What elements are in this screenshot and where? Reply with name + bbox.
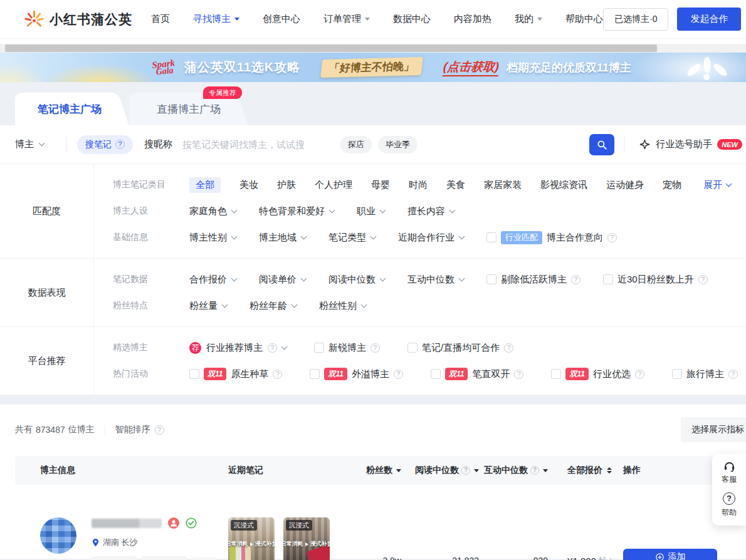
category-pets[interactable]: 宠物 <box>663 179 681 191</box>
category-film-tv[interactable]: 影视综资讯 <box>540 179 587 191</box>
question-icon[interactable] <box>607 233 617 242</box>
category-fashion[interactable]: 时尚 <box>409 179 428 191</box>
tag-life-record[interactable]: 生活记录 <box>142 556 187 560</box>
sort-desc-icon[interactable] <box>474 469 479 472</box>
banner-cta-link[interactable]: (点击获取) <box>443 59 500 76</box>
add-button[interactable]: 添加 <box>623 549 717 560</box>
dropdown-note-type[interactable]: 笔记类型 <box>328 232 376 244</box>
category-personal-care[interactable]: 个人护理 <box>315 179 352 191</box>
question-icon[interactable] <box>273 370 282 379</box>
filter-remove-inactive[interactable]: 剔除低活跃博主 <box>486 274 581 286</box>
filter-d11-native-seeding[interactable]: 双11 原生种草 <box>189 368 282 380</box>
checkbox[interactable] <box>407 343 418 353</box>
column-fans-count[interactable]: 粉丝数 <box>354 465 401 476</box>
nav-item-help-center[interactable]: 帮助中心 <box>565 13 603 25</box>
question-icon[interactable] <box>571 275 581 284</box>
dropdown-fans-count[interactable]: 粉丝量 <box>189 300 227 312</box>
dropdown-cooperation-price[interactable]: 合作报价 <box>189 274 236 286</box>
category-home-decor[interactable]: 家居家装 <box>484 179 522 191</box>
sort-desc-icon[interactable] <box>543 469 548 472</box>
industry-assistant-link[interactable]: 行业选号助手 NEW <box>624 137 742 153</box>
sort-desc-icon[interactable] <box>396 469 401 472</box>
note-thumbnail-1[interactable]: 沉浸式 日常消耗 浸式补货 <box>228 517 275 560</box>
customer-service-button[interactable]: 客服 <box>712 460 746 485</box>
category-maternal[interactable]: 母婴 <box>371 179 390 191</box>
dropdown-family-role[interactable]: 家庭角色 <box>189 205 236 217</box>
tag-home-decor[interactable]: 家居家装 <box>92 556 137 560</box>
checkbox[interactable] <box>431 369 441 379</box>
nav-item-data-center[interactable]: 数据中心 <box>393 13 431 25</box>
dropdown-blogger-gender[interactable]: 博主性别 <box>189 232 236 244</box>
question-icon[interactable] <box>698 275 708 284</box>
tab-note-blogger-plaza[interactable]: 笔记博主广场 <box>15 93 113 125</box>
sort-label[interactable]: 智能排序 <box>115 424 150 435</box>
category-food[interactable]: 美食 <box>446 179 465 191</box>
column-interaction-median[interactable]: 互动中位数 <box>479 465 548 476</box>
question-icon[interactable] <box>728 370 738 379</box>
tab-live-blogger-plaza[interactable]: 直播博主广场 专属推荐 <box>129 93 232 125</box>
hot-tag-graduation[interactable]: 毕业季 <box>378 136 418 153</box>
question-icon[interactable] <box>370 343 380 353</box>
price-link[interactable]: ¥1,800 起 <box>548 555 612 560</box>
scrollbar-thumb[interactable] <box>5 44 657 52</box>
nav-item-creative-center[interactable]: 创意中心 <box>263 13 300 25</box>
question-icon[interactable] <box>514 370 523 379</box>
filter-fans-rising-30d[interactable]: 近30日粉丝数上升 <box>603 274 708 286</box>
dropdown-read-median[interactable]: 阅读中位数 <box>328 274 385 286</box>
question-icon[interactable] <box>268 343 277 353</box>
select-display-metrics-button[interactable]: 选择展示指标 <box>681 417 746 442</box>
checkbox[interactable] <box>486 232 496 242</box>
dropdown-read-unit-price[interactable]: 阅读单价 <box>259 274 306 286</box>
nav-item-order-management[interactable]: 订单管理 <box>323 13 370 25</box>
start-cooperation-button[interactable]: 发起合作 <box>677 8 741 31</box>
filter-note-live-both[interactable]: 笔记/直播均可合作 <box>407 342 513 354</box>
column-read-median[interactable]: 阅读中位数 <box>401 465 479 476</box>
brand-logo[interactable]: 小红书蒲公英 <box>24 9 132 29</box>
question-icon[interactable] <box>115 140 125 149</box>
promo-banner[interactable]: Spark Gala 蒲公英双11选K攻略 「好博主不怕晚」 (点击获取) 档期… <box>0 53 746 82</box>
checkbox[interactable] <box>314 343 324 353</box>
checkbox[interactable] <box>486 274 496 284</box>
category-all[interactable]: 全部 <box>189 177 221 193</box>
sort-both-icon[interactable] <box>607 467 612 474</box>
dropdown-fans-gender[interactable]: 粉丝性别 <box>319 300 366 312</box>
dropdown-industry-recommended[interactable]: 荐 行业推荐博主 <box>189 342 286 354</box>
question-icon[interactable] <box>394 370 403 379</box>
search-target-dropdown[interactable]: 博主 <box>15 138 66 150</box>
info-icon[interactable] <box>155 425 164 435</box>
category-beauty[interactable]: 美妆 <box>239 179 258 191</box>
filter-rising-bloggers[interactable]: 新锐博主 <box>314 342 380 354</box>
nav-item-find-bloggers[interactable]: 寻找博主 <box>193 13 239 25</box>
horizontal-scrollbar[interactable] <box>0 44 746 53</box>
expand-button[interactable]: 展开 <box>703 179 731 191</box>
dropdown-background-hobby[interactable]: 特色背景和爱好 <box>259 205 334 217</box>
filter-cooperation-intent[interactable]: 行业匹配 博主合作意向 <box>486 231 617 244</box>
checkbox[interactable] <box>672 369 682 379</box>
dropdown-occupation[interactable]: 职业 <box>357 205 385 217</box>
selected-bloggers-button[interactable]: 已选博主·0 <box>603 8 668 31</box>
note-thumbnail-2[interactable]: 沉浸式 日常消耗 浸式补货 <box>283 517 330 560</box>
search-input[interactable] <box>182 139 334 150</box>
dropdown-blogger-region[interactable]: 博主地域 <box>259 232 306 244</box>
filter-travel-bloggers[interactable]: 旅行博主 <box>672 368 738 380</box>
column-all-prices[interactable]: 全部报价 <box>548 465 612 476</box>
checkbox[interactable] <box>310 369 320 379</box>
nav-item-mine[interactable]: 我的 <box>515 13 542 25</box>
help-button[interactable]: 帮助 <box>712 492 746 518</box>
dropdown-content-specialty[interactable]: 擅长内容 <box>407 205 454 217</box>
checkbox[interactable] <box>551 369 561 379</box>
dropdown-fans-age[interactable]: 粉丝年龄 <box>250 300 297 312</box>
search-button[interactable] <box>589 134 614 155</box>
category-skincare[interactable]: 护肤 <box>277 179 296 191</box>
nav-item-home[interactable]: 首页 <box>151 13 170 25</box>
nav-item-content-heating[interactable]: 内容加热 <box>454 13 491 25</box>
blogger-avatar[interactable] <box>40 517 76 554</box>
checkbox[interactable] <box>603 274 613 284</box>
search-mode-notes[interactable]: 搜笔记 <box>77 135 133 154</box>
info-icon[interactable] <box>461 466 470 475</box>
filter-d11-industry-select[interactable]: 双11 行业优选 <box>551 368 644 380</box>
filter-d11-spillover[interactable]: 双11 外溢博主 <box>310 368 402 380</box>
dropdown-interaction-median[interactable]: 互动中位数 <box>407 274 464 286</box>
blogger-name-redacted[interactable] <box>92 519 162 528</box>
question-icon[interactable] <box>635 370 644 379</box>
